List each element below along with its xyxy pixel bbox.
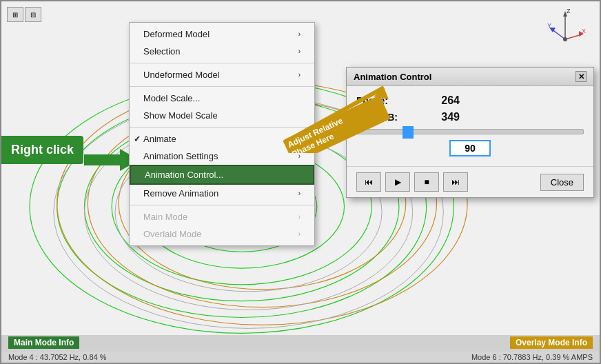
fast-forward-button[interactable]: ⏭ [443, 172, 468, 192]
separator-4 [130, 205, 314, 205]
toolbar-btn-2[interactable]: ⊟ [25, 7, 41, 22]
submenu-arrow: › [298, 230, 300, 238]
bottom-info: Main Mode Info Overlay Mode Info Mode 4 … [1, 335, 600, 363]
submenu-arrow: › [298, 213, 300, 221]
svg-text:Y: Y [547, 22, 551, 29]
main-mode-text: Mode 4 : 43.7052 Hz, 0.84 % [8, 353, 106, 361]
overlay-mode-badge: Overlay Mode Info [510, 336, 593, 349]
phase-b-label: Phase B: [356, 112, 425, 123]
menu-item-main-mode: Main Mode › [130, 208, 314, 225]
submenu-arrow: › [298, 71, 300, 79]
menu-item-animate[interactable]: ✓ Animate [130, 130, 314, 148]
separator-2 [130, 86, 314, 87]
phase-a-label: Phase: [356, 95, 425, 106]
separator-1 [130, 63, 314, 63]
toolbar-btn-1[interactable]: ⊞ [7, 7, 23, 22]
svg-text:Z: Z [567, 8, 571, 14]
menu-item-selection[interactable]: Selection › [130, 43, 314, 60]
overlay-mode-text: Mode 6 : 70.7883 Hz, 0.39 % AMPS [471, 353, 593, 361]
stop-button[interactable]: ■ [414, 172, 439, 192]
submenu-arrow: › [298, 48, 300, 55]
separator-3 [130, 127, 314, 128]
svg-point-21 [563, 37, 567, 41]
menu-item-remove-animation[interactable]: Remove Animation › [130, 185, 314, 202]
slider-row [356, 129, 584, 134]
context-menu: Deformed Model › Selection › Undeformed … [129, 22, 315, 246]
phase-b-value: 349 [425, 111, 460, 123]
submenu-arrow: › [298, 30, 300, 38]
mode-text-row: Mode 4 : 43.7052 Hz, 0.84 % Mode 6 : 70.… [1, 352, 600, 363]
phase-input[interactable] [449, 140, 491, 156]
rewind-button[interactable]: ⏮ [356, 172, 381, 192]
play-button[interactable]: ▶ [385, 172, 410, 192]
slider-track[interactable] [356, 129, 584, 134]
dialog-body: Phase: 264 Phase B: 349 [347, 86, 593, 166]
dialog-titlebar: Animation Control ✕ [347, 68, 593, 86]
main-mode-badge: Main Mode Info [8, 336, 79, 349]
svg-text:X: X [582, 28, 586, 34]
phase-a-row: Phase: 264 [356, 94, 584, 107]
axis-indicator: Z X Y [544, 8, 586, 46]
mode-labels-row: Main Mode Info Overlay Mode Info [1, 335, 600, 352]
slider-thumb[interactable] [403, 126, 414, 139]
viewport: ⊞ ⊟ Z X Y Right click Deformed Mod [0, 0, 601, 364]
phase-a-value: 264 [425, 94, 460, 107]
check-mark: ✓ [134, 134, 140, 143]
menu-item-show-model-scale[interactable]: Show Model Scale [130, 107, 314, 124]
menu-item-undeformed-model[interactable]: Undeformed Model › [130, 66, 314, 83]
close-button[interactable]: Close [540, 174, 584, 191]
menu-item-animation-settings[interactable]: Animation Settings › [130, 148, 314, 165]
dialog-title: Animation Control [354, 72, 431, 82]
menu-item-animation-control[interactable]: Animation Control... [130, 165, 314, 185]
dialog-controls: ⏮ ▶ ■ ⏭ Close [347, 166, 593, 197]
animation-control-dialog: Animation Control ✕ Phase: 264 Phase B: … [346, 67, 594, 198]
submenu-arrow: › [298, 190, 300, 197]
submenu-arrow: › [298, 152, 300, 160]
phase-b-row: Phase B: 349 [356, 111, 584, 123]
toolbar: ⊞ ⊟ [7, 7, 41, 22]
right-click-label: Right click [1, 136, 83, 164]
menu-item-model-scale[interactable]: Model Scale... [130, 90, 314, 107]
dialog-close-button[interactable]: ✕ [575, 71, 587, 82]
menu-item-deformed-model[interactable]: Deformed Model › [130, 26, 314, 43]
menu-item-overlaid-mode: Overlaid Mode › [130, 225, 314, 243]
